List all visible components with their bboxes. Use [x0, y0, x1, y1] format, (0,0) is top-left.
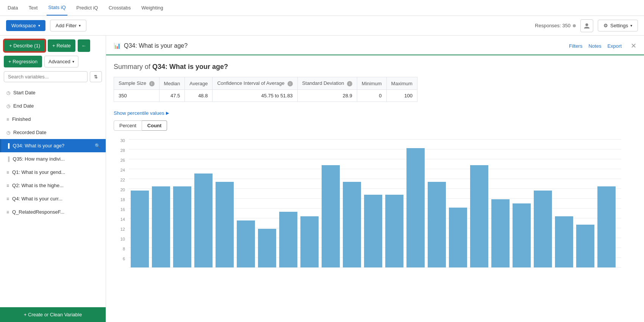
variable-item[interactable]: ▐ Q35: How many indivi...	[0, 152, 106, 166]
chevron-right-icon: ▶	[166, 111, 169, 116]
variable-item[interactable]: ≡ Q_RelatedResponseF...	[0, 205, 106, 219]
svg-text:20: 20	[120, 188, 125, 192]
sort-icon: ⇅	[94, 74, 98, 80]
variable-label: Q2: What is the highe...	[12, 183, 100, 188]
svg-rect-40	[385, 195, 403, 267]
close-button[interactable]: ✕	[631, 42, 636, 50]
variable-item-q34[interactable]: ▐ Q34: What is your age? 🔍 ◄	[0, 139, 106, 152]
nav-predictiq[interactable]: Predict iQ	[75, 0, 100, 16]
svg-text:30: 30	[120, 138, 125, 143]
svg-text:8: 8	[123, 247, 125, 251]
workspace-button[interactable]: Workspace ▾	[6, 20, 45, 31]
nav-crosstabs[interactable]: Crosstabs	[107, 0, 133, 16]
back-arrow-button[interactable]: ←	[78, 39, 90, 52]
nav-data[interactable]: Data	[6, 0, 19, 16]
search-container	[4, 71, 88, 82]
sidebar-row2: + Regression Advanced ▾	[0, 56, 106, 71]
percentile-row: Show percentile values ▶	[106, 106, 644, 120]
svg-rect-48	[555, 216, 573, 267]
sidebar: + Describe (1) + Relate ← + Regression A…	[0, 36, 106, 322]
info-icon[interactable]: i	[347, 81, 352, 86]
nav-weighting[interactable]: Weighting	[140, 0, 165, 16]
create-variable-button[interactable]: + Create or Clean Variable	[0, 307, 106, 322]
filters-link[interactable]: Filters	[569, 43, 582, 49]
clock-icon: ◷	[6, 90, 10, 95]
advanced-label: Advanced	[48, 59, 70, 64]
sidebar-actions: + Describe (1) + Relate ←	[0, 36, 106, 56]
user-icon-button[interactable]	[580, 19, 593, 32]
regression-button[interactable]: + Regression	[4, 56, 42, 67]
col-ci: Confidence Interval of Average i	[213, 77, 297, 90]
clock-icon: ◷	[6, 103, 10, 109]
cell-average: 48.8	[185, 90, 213, 102]
svg-rect-39	[364, 195, 382, 267]
cell-maximum: 100	[386, 90, 417, 102]
cell-std-dev: 28.9	[297, 90, 357, 102]
percentile-link[interactable]: Show percentile values ▶	[114, 110, 169, 116]
search-input[interactable]	[4, 71, 88, 82]
svg-text:10: 10	[120, 237, 125, 241]
svg-text:16: 16	[120, 207, 125, 212]
settings-button[interactable]: ⚙ Settings ▾	[598, 20, 638, 31]
col-maximum: Maximum	[386, 77, 417, 90]
responses-dot	[573, 24, 576, 27]
back-arrow-icon: ←	[81, 43, 86, 48]
svg-rect-47	[534, 191, 552, 267]
col-minimum: Minimum	[357, 77, 386, 90]
cell-ci: 45.75 to 51.83	[213, 90, 297, 102]
variable-label: End Date	[13, 103, 100, 109]
relate-label: + Relate	[52, 43, 71, 48]
info-icon[interactable]: i	[149, 81, 155, 86]
nav-text[interactable]: Text	[27, 0, 39, 16]
export-link[interactable]: Export	[607, 43, 622, 49]
create-variable-label: + Create or Clean Variable	[24, 312, 82, 317]
svg-rect-34	[258, 229, 276, 267]
info-icon[interactable]: i	[288, 81, 293, 86]
variable-item[interactable]: ◷ End Date	[0, 99, 106, 113]
list-icon: ≡	[6, 196, 9, 202]
variable-item[interactable]: ≡ Finished	[0, 113, 106, 126]
variable-item[interactable]: ◷ Recorded Date	[0, 126, 106, 139]
add-filter-chevron-icon: ▾	[79, 23, 81, 28]
variable-item[interactable]: ≡ Q1: What is your gend...	[0, 166, 106, 179]
variable-label: Q4: What is your curr...	[12, 196, 100, 202]
svg-rect-50	[597, 186, 616, 267]
svg-text:6: 6	[123, 256, 125, 261]
svg-rect-38	[343, 182, 361, 267]
col-average: Average	[185, 77, 213, 90]
chart-area: 30 28 26 24 22 20 18 16 14 12 10 8 6	[106, 134, 644, 280]
svg-text:24: 24	[120, 168, 125, 172]
table-row: 350 47.5 48.8 45.75 to 51.83 28.9 0 100	[114, 90, 417, 102]
notes-link[interactable]: Notes	[588, 43, 601, 49]
nav-statsiq[interactable]: Stats iQ	[47, 0, 67, 16]
variable-label: Finished	[12, 116, 100, 122]
list-icon: ≡	[6, 170, 9, 175]
describe-button[interactable]: + Describe (1)	[4, 39, 45, 52]
variable-label: Q_RelatedResponseF...	[12, 209, 100, 215]
variable-item[interactable]: ◷ Start Date	[0, 86, 106, 99]
variable-item[interactable]: ≡ Q4: What is your curr...	[0, 192, 106, 205]
svg-rect-43	[449, 208, 467, 267]
svg-text:12: 12	[120, 227, 125, 231]
advanced-button[interactable]: Advanced ▾	[44, 56, 78, 67]
tab-count[interactable]: Count	[142, 120, 167, 131]
add-filter-button[interactable]: Add Filter ▾	[50, 20, 87, 31]
svg-rect-46	[513, 203, 531, 267]
cell-median: 47.5	[159, 90, 185, 102]
sort-button[interactable]: ⇅	[90, 71, 102, 82]
summary-section: Summary of Q34: What is your age? Sample…	[106, 55, 644, 106]
svg-rect-41	[406, 148, 425, 267]
advanced-chevron-icon: ▾	[72, 59, 74, 64]
stats-table: Sample Size i Median Average Confidence …	[114, 77, 417, 102]
gear-icon: ⚙	[603, 23, 608, 28]
tab-percent[interactable]: Percent	[114, 120, 142, 131]
variable-item[interactable]: ≡ Q2: What is the highe...	[0, 179, 106, 192]
top-navigation: Data Text Stats iQ Predict iQ Crosstabs …	[0, 0, 644, 16]
svg-rect-30	[173, 186, 191, 267]
variable-label: Q35: How many indivi...	[13, 156, 100, 162]
svg-text:18: 18	[120, 197, 125, 202]
relate-button[interactable]: + Relate	[48, 39, 75, 52]
content-actions: Filters Notes Export ✕	[569, 42, 636, 50]
settings-chevron-icon: ▾	[630, 23, 632, 28]
chart-tabs: Percent Count	[106, 120, 644, 134]
